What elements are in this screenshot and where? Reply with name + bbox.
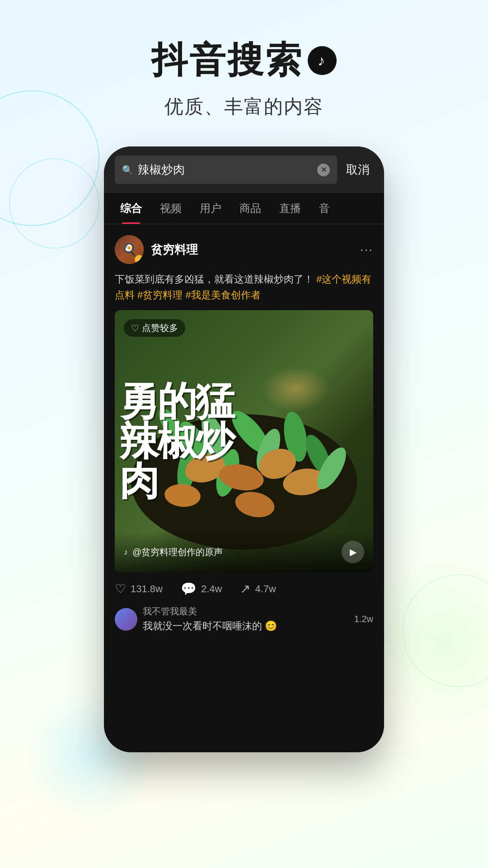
video-title-line-1: 勇的猛 [119, 382, 233, 421]
verified-badge: ✓ [135, 255, 144, 264]
likes-stat[interactable]: ♡ 131.8w [115, 581, 163, 596]
tab-comprehensive[interactable]: 综合 [111, 193, 151, 224]
comment-username: 我不管我最美 [143, 605, 349, 618]
comment-count: 1.2w [354, 614, 373, 624]
search-tabs: 综合 视频 用户 商品 直播 音 [104, 193, 384, 224]
video-bottom-bar: ♪ @贫穷料理创作的原声 ▶ [115, 532, 373, 572]
cancel-button[interactable]: 取消 [343, 162, 373, 178]
shares-count: 4.7w [255, 583, 276, 595]
share-icon: ↗ [240, 581, 250, 596]
tiktok-small-icon: ♪ [124, 547, 128, 557]
search-query: 辣椒炒肉 [138, 162, 313, 178]
subtitle-text: 优质、丰富的内容 [0, 94, 488, 119]
comment-avatar [115, 608, 137, 631]
main-title-container: 抖音搜索 ♪ [0, 36, 488, 85]
comment-content: 我就没一次看时不咽唾沫的 😊 [143, 619, 349, 633]
comment-text-wrapper: 我不管我最美 我就没一次看时不咽唾沫的 😊 [143, 605, 349, 633]
phone-mockup-container: 🔍 辣椒炒肉 ✕ 取消 综合 视频 用户 商品 直播 [0, 146, 488, 752]
post-user-card: 🍳 ✓ 贫穷料理 ··· [104, 224, 384, 271]
more-options-icon[interactable]: ··· [360, 242, 373, 257]
search-results-content: 🍳 ✓ 贫穷料理 ··· 下饭菜到底有多凶猛，就看这道辣椒炒肉了！ #这个视频有… [104, 224, 384, 640]
user-info: 🍳 ✓ 贫穷料理 [115, 235, 198, 264]
engagement-stats: ♡ 131.8w 💬 2.4w ↗ 4.7w [104, 572, 384, 605]
tab-video[interactable]: 视频 [151, 193, 191, 224]
tab-music[interactable]: 音 [310, 193, 339, 224]
audio-label: @贫穷料理创作的原声 [132, 546, 223, 558]
shares-stat[interactable]: ↗ 4.7w [240, 581, 276, 596]
heart-icon: ♡ [115, 581, 126, 596]
audio-info: ♪ @贫穷料理创作的原声 [124, 546, 223, 558]
comment-preview-row: 我不管我最美 我就没一次看时不咽唾沫的 😊 1.2w [104, 605, 384, 640]
video-title-line-3: 肉 [119, 461, 157, 501]
tiktok-logo-icon: ♪ [308, 46, 337, 75]
search-bar: 🔍 辣椒炒肉 ✕ 取消 [104, 146, 384, 193]
phone-mockup: 🔍 辣椒炒肉 ✕ 取消 综合 视频 用户 商品 直播 [104, 146, 384, 752]
video-thumbnail[interactable]: ♡ 点赞较多 勇的猛 辣椒炒 肉 ♪ @贫穷料理创作的原声 ▶ [115, 310, 373, 572]
page-header: 抖音搜索 ♪ 优质、丰富的内容 [0, 0, 488, 119]
search-icon: 🔍 [122, 165, 133, 175]
clear-icon: ✕ [321, 165, 327, 174]
post-description: 下饭菜到底有多凶猛，就看这道辣椒炒肉了！ #这个视频有点料 #贫穷料理 #我是美… [104, 271, 384, 310]
tab-product[interactable]: 商品 [230, 193, 270, 224]
main-title-text: 抖音搜索 [151, 36, 303, 85]
avatar: 🍳 ✓ [115, 235, 144, 264]
tab-user[interactable]: 用户 [191, 193, 230, 224]
tab-live[interactable]: 直播 [270, 193, 310, 224]
comments-stat[interactable]: 💬 2.4w [181, 581, 222, 596]
likes-count: 131.8w [131, 583, 163, 595]
video-title-line-2: 辣椒炒 [119, 421, 233, 461]
post-username: 贫穷料理 [151, 242, 198, 258]
search-input-area[interactable]: 🔍 辣椒炒肉 ✕ [115, 156, 337, 184]
clear-button[interactable]: ✕ [317, 164, 330, 176]
post-description-text: 下饭菜到底有多凶猛，就看这道辣椒炒肉了！ [115, 274, 314, 285]
comments-count: 2.4w [201, 583, 222, 595]
play-button[interactable]: ▶ [342, 541, 364, 563]
comment-icon: 💬 [181, 581, 197, 596]
play-icon: ▶ [350, 547, 357, 557]
